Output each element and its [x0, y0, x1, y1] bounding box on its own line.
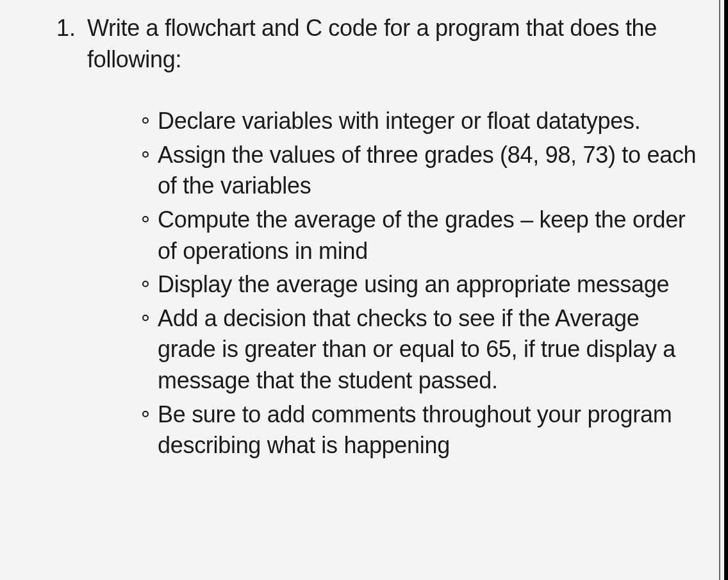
list-item: Compute the average of the grades – keep…	[133, 204, 702, 267]
list-item: Declare variables with integer or float …	[133, 106, 702, 137]
circle-bullet-icon	[133, 399, 158, 461]
list-item-text: Compute the average of the grades – keep…	[158, 204, 702, 267]
list-intro-text: Write a flowchart and C code for a progr…	[87, 13, 702, 75]
page-edge-decoration	[724, 0, 728, 580]
list-item: Assign the values of three grades (84, 9…	[133, 140, 702, 202]
document-content: 1. Write a flowchart and C code for a pr…	[0, 0, 728, 461]
sub-list: Declare variables with integer or float …	[0, 106, 728, 461]
list-item: Add a decision that checks to see if the…	[133, 303, 702, 397]
list-item-text: Display the average using an appropriate…	[158, 269, 669, 301]
ordered-list-item: 1. Write a flowchart and C code for a pr…	[0, 13, 728, 75]
circle-bullet-icon	[133, 106, 158, 137]
page-edge-decoration	[719, 0, 720, 580]
list-marker: 1.	[56, 13, 76, 75]
list-item-text: Be sure to add comments throughout your …	[158, 399, 702, 461]
circle-bullet-icon	[133, 204, 158, 267]
list-item-text: Assign the values of three grades (84, 9…	[158, 140, 702, 202]
list-item: Be sure to add comments throughout your …	[133, 399, 702, 461]
circle-bullet-icon	[133, 269, 158, 301]
list-item-text: Declare variables with integer or float …	[158, 106, 640, 137]
list-item: Display the average using an appropriate…	[133, 269, 702, 301]
list-item-text: Add a decision that checks to see if the…	[158, 303, 702, 397]
circle-bullet-icon	[133, 140, 158, 202]
circle-bullet-icon	[133, 303, 158, 397]
